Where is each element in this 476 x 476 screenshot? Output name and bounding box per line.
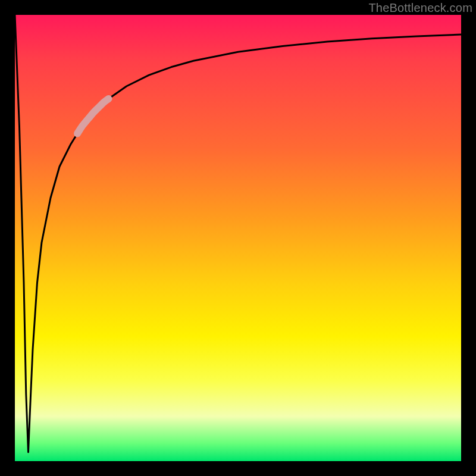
chart-frame: TheBottleneck.com xyxy=(0,0,476,476)
highlight-layer xyxy=(15,15,461,461)
watermark-label: TheBottleneck.com xyxy=(368,1,472,15)
highlight-path xyxy=(77,99,109,134)
plot-area xyxy=(15,15,461,461)
